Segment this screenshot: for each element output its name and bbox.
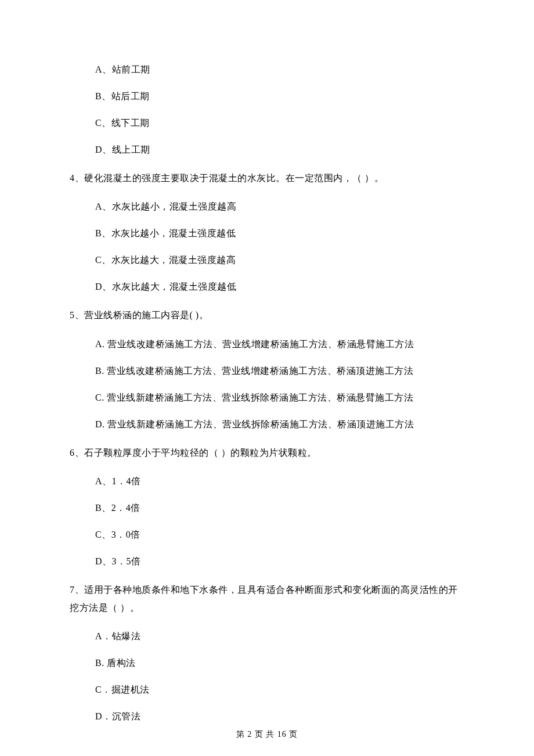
q7-option-d: D．沉管法 [95,710,464,723]
q6-option-b: B、2．4倍 [95,501,464,515]
q6-option-d: D、3．5倍 [95,555,464,568]
document-page: A、站前工期 B、站后工期 C、线下工期 D、线上工期 4、硬化混凝土的强度主要… [0,0,534,756]
q5-option-d: D. 营业线新建桥涵施工方法、营业线拆除桥涵施工方法、桥涵顶进施工方法 [95,417,464,431]
q4-stem: 4、硬化混凝土的强度主要取决于混凝土的水灰比。在一定范围内，（ ）。 [70,170,464,187]
q6-stem: 6、石子颗粒厚度小于平均粒径的（ ）的颗粒为片状颗粒。 [70,444,464,462]
q3-option-d: D、线上工期 [95,143,464,157]
q5-option-c: C. 营业线新建桥涵施工方法、营业线拆除桥涵施工方法、桥涵悬臂施工方法 [95,391,464,405]
q7-option-c: C．掘进机法 [95,683,464,697]
q4-option-c: C、水灰比越大，混凝土强度越高 [95,253,464,267]
q3-option-b: B、站后工期 [95,89,464,103]
q5-option-a: A. 营业线改建桥涵施工方法、营业线增建桥涵施工方法、桥涵悬臂施工方法 [95,337,464,351]
q6-option-a: A、1．4倍 [95,474,464,488]
q3-option-a: A、站前工期 [95,63,464,77]
q7-stem: 7、适用于各种地质条件和地下水条件，且具有适合各种断面形式和变化断面的高灵活性的… [70,581,464,617]
q3-option-c: C、线下工期 [95,116,464,130]
q5-option-b: B. 营业线改建桥涵施工方法、营业线增建桥涵施工方法、桥涵顶进施工方法 [95,364,464,378]
q7-option-b: B. 盾构法 [95,656,464,670]
q5-stem: 5、营业线桥涵的施工内容是( )。 [70,307,464,324]
q6-option-c: C、3．0倍 [95,528,464,542]
page-footer: 第 2 页 共 16 页 [0,729,534,740]
q4-option-d: D、水灰比越大，混凝土强度越低 [95,280,464,294]
q4-option-a: A、水灰比越小，混凝土强度越高 [95,200,464,214]
q4-option-b: B、水灰比越小，混凝土强度越低 [95,226,464,240]
q7-option-a: A．钻爆法 [95,629,464,643]
